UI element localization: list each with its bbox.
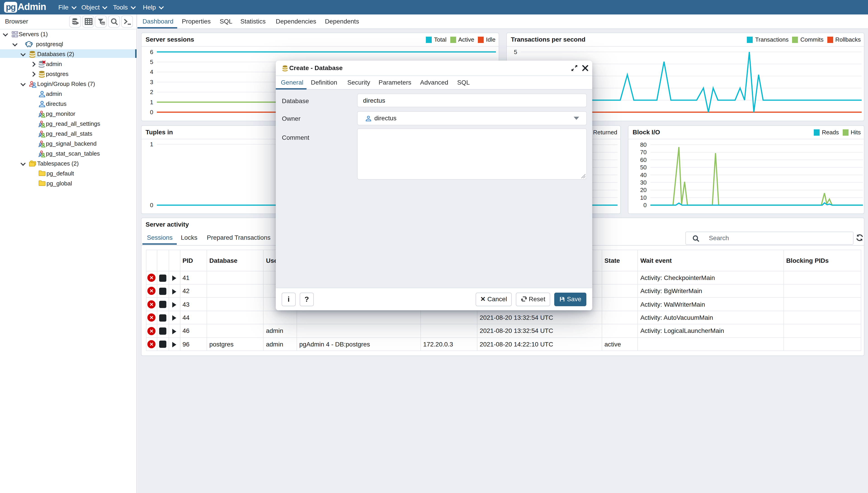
- svg-text:10: 10: [640, 194, 647, 201]
- svg-text:4: 4: [150, 68, 153, 75]
- svg-text:60: 60: [640, 156, 647, 163]
- svg-text:2: 2: [150, 89, 153, 95]
- svg-text:30: 30: [640, 179, 647, 186]
- svg-text:1: 1: [150, 141, 153, 148]
- svg-text:70: 70: [640, 149, 647, 156]
- svg-text:50: 50: [640, 164, 647, 171]
- svg-text:6: 6: [150, 49, 153, 56]
- svg-text:5: 5: [514, 49, 517, 56]
- svg-text:40: 40: [640, 172, 647, 178]
- svg-text:1: 1: [150, 99, 153, 106]
- svg-text:3: 3: [150, 79, 153, 85]
- svg-text:0: 0: [150, 202, 153, 209]
- svg-text:0: 0: [150, 109, 153, 115]
- svg-text:20: 20: [640, 187, 647, 193]
- svg-text:80: 80: [640, 141, 647, 148]
- svg-text:0: 0: [644, 202, 647, 209]
- svg-text:5: 5: [150, 59, 153, 65]
